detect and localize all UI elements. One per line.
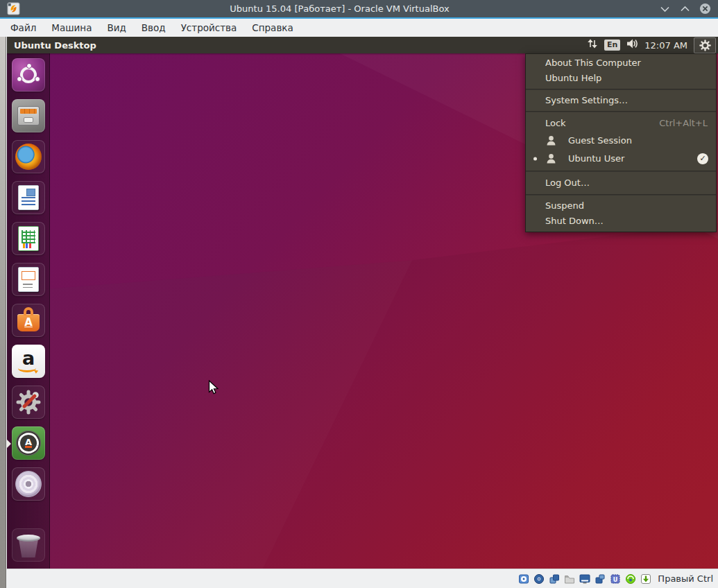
menu-help[interactable]: Справка (244, 19, 300, 37)
trash-icon (17, 535, 40, 557)
menu-separator (526, 171, 716, 172)
minimize-icon[interactable] (659, 3, 671, 15)
window-controls (659, 3, 718, 15)
updater-letter: A (16, 431, 41, 456)
menu-item-log-out[interactable]: Log Out… (526, 175, 716, 191)
user-icon (545, 135, 557, 147)
software-center-letter: A (17, 314, 40, 331)
indicator-area: En 12:07 AM (587, 37, 718, 53)
launcher-item-ubuntu-software-center[interactable]: A (12, 304, 45, 337)
hard-disks-icon[interactable] (518, 573, 529, 585)
optical-disc-icon (15, 471, 42, 497)
selected-user-bullet (533, 157, 537, 161)
host-statusbar: U Правый Ctrl (0, 569, 718, 588)
launcher-item-trash[interactable] (12, 528, 45, 562)
menu-item-label: About This Computer (545, 58, 641, 68)
menu-machine[interactable]: Машина (44, 19, 99, 37)
launcher-item-dash-home[interactable] (12, 58, 45, 92)
display-icon[interactable] (579, 573, 590, 585)
video-capture-icon[interactable] (594, 573, 606, 585)
session-menu: About This Computer Ubuntu Help System S… (525, 53, 717, 232)
amazon-smile-icon (18, 364, 36, 372)
menu-item-label: System Settings… (545, 95, 628, 105)
usb-icon[interactable]: U (609, 573, 621, 585)
volume-icon[interactable] (626, 38, 638, 52)
user-icon (545, 153, 557, 165)
menu-item-suspend[interactable]: Suspend (526, 198, 716, 214)
libreoffice-calc-icon (18, 226, 39, 251)
keyboard-layout-badge[interactable]: En (604, 40, 620, 51)
network-icon[interactable] (548, 573, 560, 585)
menu-item-guest-session[interactable]: Guest Session (526, 132, 716, 150)
menu-separator (526, 89, 716, 90)
firefox-icon (15, 144, 42, 170)
launcher-item-libreoffice-calc[interactable] (12, 222, 45, 255)
menu-item-label: Ubuntu Help (545, 73, 601, 83)
libreoffice-writer-icon (18, 185, 39, 210)
libreoffice-impress-icon (18, 267, 39, 292)
unity-launcher: A a (7, 53, 50, 569)
host-key-label: Правый Ctrl (658, 573, 713, 584)
checkmark-icon: ✓ (697, 153, 708, 164)
close-icon[interactable] (699, 3, 711, 15)
menu-item-label: Guest Session (568, 135, 632, 146)
panel-title: Ubuntu Desktop (14, 40, 96, 51)
menu-item-about-this-computer[interactable]: About This Computer (526, 55, 716, 71)
vm-display: Ubuntu Desktop En 12:07 AM (7, 37, 718, 569)
network-arrows-icon[interactable] (587, 38, 598, 52)
launcher-item-system-settings[interactable] (12, 386, 45, 419)
titlebar[interactable]: Ubuntu 15.04 [Работает] - Oracle VM Virt… (0, 0, 718, 17)
clock[interactable]: 12:07 AM (644, 40, 687, 51)
mouse-integration-icon[interactable] (624, 573, 636, 585)
launcher-item-files[interactable] (12, 99, 45, 132)
software-updater-icon: A (16, 431, 41, 456)
keyboard-capture-icon[interactable] (640, 573, 651, 585)
menu-item-shortcut: Ctrl+Alt+L (659, 115, 708, 132)
dash-home-icon (18, 64, 39, 85)
svg-text:U: U (613, 576, 618, 582)
system-settings-icon (12, 386, 45, 419)
optical-drives-icon[interactable] (533, 573, 545, 585)
host-menubar: Файл Машина Вид Ввод Устройства Справка (0, 19, 718, 37)
menu-item-shut-down[interactable]: Shut Down… (526, 214, 716, 229)
launcher-item-firefox[interactable] (12, 140, 45, 173)
ubuntu-software-center-icon: A (17, 314, 40, 331)
virtualbox-logo-icon (7, 2, 20, 15)
menu-item-label: Ubuntu User (568, 153, 624, 164)
menu-separator (526, 194, 716, 196)
menu-item-ubuntu-user[interactable]: Ubuntu User ✓ (526, 150, 716, 168)
files-icon (17, 106, 40, 126)
launcher-item-libreoffice-impress[interactable] (12, 263, 45, 296)
menu-view[interactable]: Вид (99, 19, 133, 37)
menu-separator (526, 111, 716, 112)
menu-input[interactable]: Ввод (134, 19, 173, 37)
virtualbox-window: Ubuntu 15.04 [Работает] - Oracle VM Virt… (0, 0, 718, 588)
maximize-icon[interactable] (679, 3, 691, 15)
unity-top-panel: Ubuntu Desktop En 12:07 AM (7, 37, 718, 53)
menu-devices[interactable]: Устройства (173, 19, 245, 37)
launcher-item-optical-disc[interactable] (12, 467, 45, 501)
menu-item-label: Log Out… (545, 178, 590, 188)
menu-item-lock[interactable]: Lock Ctrl+Alt+L (526, 115, 716, 132)
shared-folders-icon[interactable] (563, 573, 575, 585)
launcher-item-software-updater[interactable]: A (12, 426, 45, 460)
launcher-item-libreoffice-writer[interactable] (12, 181, 45, 214)
window-title: Ubuntu 15.04 [Работает] - Oracle VM Virt… (20, 3, 659, 14)
session-gear-icon (699, 40, 711, 51)
active-app-arrow-icon (7, 440, 11, 448)
menu-file[interactable]: Файл (3, 19, 44, 37)
menu-item-label: Lock (545, 118, 566, 128)
mouse-cursor (208, 380, 219, 395)
launcher-item-amazon[interactable]: a (12, 345, 45, 378)
menu-item-ubuntu-help[interactable]: Ubuntu Help (526, 71, 716, 86)
menu-item-label: Shut Down… (545, 216, 604, 226)
menu-item-label: Suspend (545, 200, 584, 211)
menu-item-system-settings[interactable]: System Settings… (526, 93, 716, 108)
session-gear-button[interactable] (694, 37, 716, 53)
window-edge-strip (0, 37, 6, 588)
